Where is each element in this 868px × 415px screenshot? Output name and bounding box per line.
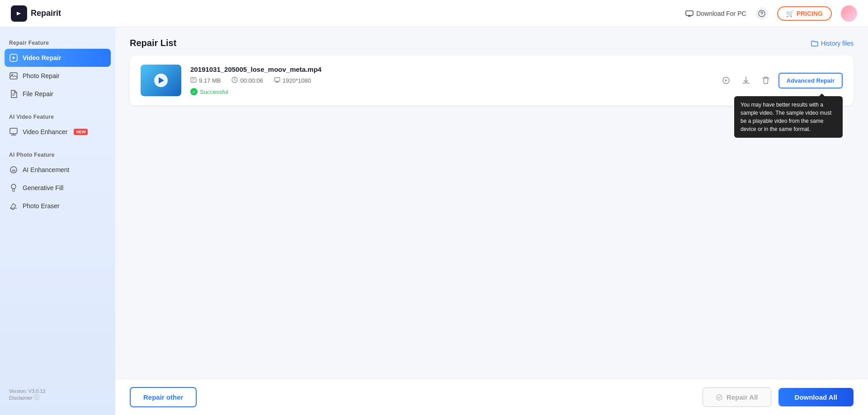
repair-all-button[interactable]: Repair All [703, 387, 771, 407]
photo-repair-label: Photo Repair [23, 72, 60, 79]
sidebar-item-generative-fill[interactable]: Generative Fill [0, 179, 115, 197]
svg-rect-21 [274, 78, 280, 81]
file-thumbnail [141, 65, 181, 96]
status-text: Successful [200, 89, 228, 95]
download-button[interactable] [739, 73, 753, 88]
page-title: Repair List [130, 38, 176, 48]
history-files-label: History files [821, 40, 854, 47]
svg-rect-9 [10, 128, 17, 134]
file-info: 20191031_205005_lose_moov_meta.mp4 9.17 … [190, 65, 710, 95]
download-all-button[interactable]: Download All [778, 388, 854, 406]
generative-fill-icon [9, 183, 18, 192]
display-icon [274, 77, 280, 83]
tooltip-text: You may have better results with a sampl… [741, 102, 831, 132]
video-repair-label: Video Repair [23, 54, 61, 61]
disclaimer-row[interactable]: Disclaimer ⓘ [9, 394, 106, 401]
advanced-repair-tooltip: You may have better results with a sampl… [734, 96, 843, 138]
download-pc-label: Download For PC [696, 10, 746, 17]
pricing-label: PRICING [797, 10, 823, 17]
trash-icon [762, 76, 769, 84]
logo-area: Repairit [11, 5, 61, 22]
svg-point-14 [11, 184, 16, 189]
repair-other-label: Repair other [143, 393, 183, 401]
delete-button[interactable] [759, 73, 773, 88]
advanced-repair-label: Advanced Repair [787, 77, 835, 84]
preview-button[interactable] [719, 73, 733, 88]
cart-icon: 🛒 [786, 10, 794, 17]
play-triangle [159, 77, 164, 84]
resolution-meta: 1920*1080 [274, 77, 311, 84]
wand-icon [9, 128, 18, 136]
duration-meta: 00:00:06 [231, 77, 263, 84]
download-pc-button[interactable]: Download For PC [685, 10, 746, 17]
ai-video-title: AI Video Feature [0, 110, 115, 123]
disclaimer-label: Disclaimer [9, 395, 32, 401]
file-repair-label: File Repair [23, 90, 53, 98]
sidebar-item-video-repair[interactable]: Video Repair [5, 49, 111, 67]
repair-all-icon [716, 394, 723, 401]
repair-item-card: 20191031_205005_lose_moov_meta.mp4 9.17 … [130, 56, 854, 105]
video-enhancer-icon [9, 127, 18, 136]
svg-text:AI: AI [12, 168, 15, 173]
play-circle-icon [9, 54, 18, 62]
topbar-right: Download For PC 🛒 PRICING [685, 5, 857, 22]
photo-eraser-icon [9, 201, 18, 210]
play-icon-thumb [154, 74, 168, 87]
content-header: Repair List History files [115, 27, 868, 56]
clock-icon [231, 77, 238, 84]
status-badge: ✓ Successful [190, 88, 710, 95]
ai-enhancement-icon: AI [9, 165, 18, 174]
sidebar-item-photo-repair[interactable]: Photo Repair [0, 67, 115, 85]
topbar: Repairit Download For PC 🛒 PRICING [0, 0, 868, 27]
repair-list-area: 20191031_205005_lose_moov_meta.mp4 9.17 … [115, 56, 868, 379]
video-repair-icon [9, 53, 18, 62]
file-repair-icon [9, 89, 18, 98]
svg-point-3 [761, 14, 762, 15]
file-icon [10, 90, 17, 98]
sidebar-item-ai-enhancement[interactable]: AI AI Enhancement [0, 161, 115, 179]
bottom-right-actions: Repair All Download All [703, 387, 854, 407]
repair-other-button[interactable]: Repair other [130, 387, 197, 407]
file-meta: 9.17 MB 00:00:06 [190, 77, 710, 84]
disclaimer-info-icon: ⓘ [34, 394, 39, 401]
user-avatar[interactable] [841, 5, 857, 22]
history-files-button[interactable]: History files [811, 40, 854, 47]
file-name: 20191031_205005_lose_moov_meta.mp4 [190, 65, 710, 73]
sidebar-item-photo-eraser[interactable]: Photo Eraser [0, 197, 115, 215]
file-size-meta: 9.17 MB [190, 77, 221, 84]
pricing-button[interactable]: 🛒 PRICING [777, 6, 832, 21]
generative-fill-label: Generative Fill [23, 184, 63, 191]
svg-rect-1 [686, 11, 693, 15]
monitor-small-icon [274, 77, 280, 84]
advanced-repair-button[interactable]: Advanced Repair [778, 73, 843, 89]
clock-icon-svg [231, 77, 238, 83]
folder-icon [811, 40, 818, 47]
bottom-bar: Repair other Repair All Download All [115, 379, 868, 415]
sidebar: Repair Feature Video Repair Photo Repair [0, 27, 115, 415]
video-enhancer-label: Video Enhancer [23, 128, 67, 135]
app-logo-icon [11, 5, 27, 22]
ai-icon: AI [9, 166, 18, 174]
repair-all-label: Repair All [726, 393, 758, 401]
repair-feature-title: Repair Feature [0, 36, 115, 49]
file-size-icon [190, 77, 197, 84]
new-badge: NEW [74, 129, 88, 135]
download-all-label: Download All [795, 393, 837, 401]
download-icon [742, 76, 750, 84]
brush-icon [9, 184, 18, 192]
sidebar-item-file-repair[interactable]: File Repair [0, 85, 115, 103]
version-label: Version: V3.0.12 [9, 388, 106, 394]
svg-rect-15 [13, 189, 14, 191]
help-icon [758, 10, 765, 17]
sidebar-item-video-enhancer[interactable]: Video Enhancer NEW [0, 123, 115, 141]
help-button[interactable] [755, 7, 768, 20]
file-size-value: 9.17 MB [199, 77, 221, 84]
photo-eraser-label: Photo Eraser [23, 202, 60, 210]
success-check-icon: ✓ [190, 88, 198, 95]
image-icon [9, 72, 18, 80]
main-layout: Repair Feature Video Repair Photo Repair [0, 27, 868, 415]
duration-value: 00:00:06 [240, 77, 263, 84]
ai-photo-title: AI Photo Feature [0, 148, 115, 161]
resolution-value: 1920*1080 [283, 77, 311, 84]
monitor-icon [685, 10, 693, 17]
